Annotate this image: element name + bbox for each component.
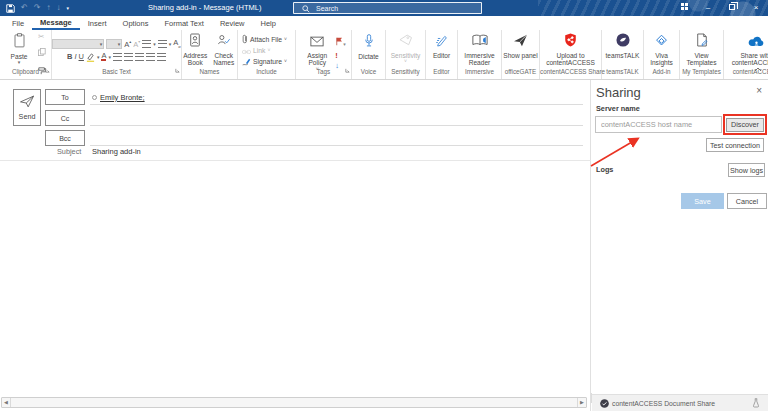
- underline-button[interactable]: U: [79, 52, 84, 61]
- italic-button[interactable]: I: [74, 52, 76, 61]
- align-left-icon[interactable]: [113, 53, 122, 61]
- redo-icon[interactable]: ↷: [34, 0, 41, 16]
- move-down-icon[interactable]: ↓: [56, 0, 60, 16]
- test-connection-button[interactable]: Test connection: [706, 138, 764, 152]
- immersive-reader-button[interactable]: Immersive Reader: [458, 32, 501, 67]
- basic-text-dialog-launcher-icon[interactable]: [175, 59, 180, 77]
- viva-insights-button[interactable]: Viva Insights: [644, 32, 679, 67]
- view-templates-button[interactable]: View Templates: [680, 32, 723, 67]
- send-button[interactable]: Send: [13, 89, 41, 126]
- dictate-button[interactable]: Dictate: [352, 32, 385, 60]
- tab-options[interactable]: Options: [115, 16, 157, 30]
- paper-plane-icon: [513, 33, 528, 51]
- font-name-combo[interactable]: ▾: [52, 39, 104, 49]
- clipboard-dialog-launcher-icon[interactable]: [45, 59, 50, 77]
- check-names-icon: [217, 33, 230, 51]
- horizontal-scrollbar[interactable]: ◀ ▶: [1, 397, 587, 408]
- to-button[interactable]: To: [45, 89, 85, 105]
- send-icon: [19, 95, 35, 110]
- bcc-button[interactable]: Bcc: [45, 130, 85, 146]
- bullets-icon[interactable]: [142, 40, 151, 48]
- highlight-icon[interactable]: [86, 48, 95, 66]
- tab-help[interactable]: Help: [252, 16, 283, 30]
- bold-button[interactable]: B: [67, 52, 72, 61]
- search-box[interactable]: Search: [293, 2, 482, 14]
- sensitivity-tag-icon: [399, 33, 412, 51]
- addin-status-text: contentACCESS Document Share: [612, 400, 749, 407]
- contentaccess-share-group-label: contentACCESS Share: [540, 68, 601, 78]
- cut-icon[interactable]: ✂: [38, 32, 46, 41]
- sensitivity-button[interactable]: Sensitivity ˅: [386, 32, 425, 63]
- align-center-icon[interactable]: [124, 53, 133, 61]
- check-names-button[interactable]: Check Names: [211, 32, 238, 67]
- save-icon[interactable]: [6, 0, 15, 17]
- teamstalk-group-label: teamsTALK: [602, 68, 643, 78]
- link-button[interactable]: Link˅: [242, 45, 270, 56]
- increase-indent-icon[interactable]: [157, 53, 166, 61]
- decrease-indent-icon[interactable]: [146, 53, 155, 61]
- teamstalk-button[interactable]: teamsTALK: [602, 32, 643, 59]
- follow-up-flag-icon[interactable]: ▾: [335, 32, 346, 50]
- bcc-field[interactable]: [90, 145, 583, 146]
- scroll-right-icon[interactable]: ▶: [577, 398, 586, 407]
- clear-formatting-icon[interactable]: A⌀: [173, 38, 180, 49]
- pane-close-icon[interactable]: ×: [756, 85, 762, 96]
- to-field[interactable]: [90, 104, 583, 105]
- scroll-left-icon[interactable]: ◀: [2, 398, 11, 407]
- cc-button[interactable]: Cc: [45, 110, 85, 126]
- assign-policy-button[interactable]: Assign Policy ˅: [301, 32, 333, 71]
- title-bar: ↶ ↷ ↑ ↓ ▾ Sharing add-in - Message (HTML…: [0, 0, 768, 16]
- font-color-icon[interactable]: A: [101, 52, 106, 61]
- tab-format-text[interactable]: Format Text: [156, 16, 211, 30]
- logs-label: Logs: [596, 165, 613, 174]
- save-button[interactable]: Save: [681, 193, 724, 209]
- paste-button[interactable]: Paste ▾: [5, 32, 33, 64]
- numbering-icon[interactable]: [158, 40, 167, 48]
- ribbon-options-icon[interactable]: [672, 0, 696, 16]
- align-right-icon[interactable]: [135, 53, 144, 61]
- tags-dialog-launcher-icon[interactable]: [345, 59, 350, 77]
- immersive-group-label: Immersive: [458, 68, 501, 78]
- close-icon[interactable]: ×: [744, 0, 768, 16]
- customize-qat-icon[interactable]: ▾: [66, 0, 69, 16]
- tab-review[interactable]: Review: [212, 16, 253, 30]
- font-size-combo[interactable]: ▾: [106, 39, 122, 49]
- presence-icon: [92, 95, 97, 100]
- voice-group-label: Voice: [352, 68, 385, 78]
- upload-to-contentaccess-button[interactable]: Upload to contentACCESS: [540, 32, 601, 67]
- show-panel-button[interactable]: Show panel: [502, 32, 539, 59]
- quick-access-toolbar: ↶ ↷ ↑ ↓ ▾: [0, 0, 69, 17]
- cc-field[interactable]: [90, 125, 583, 126]
- show-logs-button[interactable]: Show logs: [728, 163, 765, 177]
- grow-font-icon[interactable]: A▴: [124, 39, 131, 49]
- tab-file[interactable]: File: [4, 16, 32, 30]
- ribbon: Paste ▾ ✂ Clipboard ▾ ▾ A▴ A▾: [0, 30, 768, 80]
- tab-message[interactable]: Message: [32, 16, 80, 30]
- minimize-icon[interactable]: –: [696, 0, 720, 16]
- addin-status-icon: [600, 394, 609, 411]
- flask-icon[interactable]: [752, 394, 760, 411]
- undo-icon[interactable]: ↶: [21, 0, 28, 16]
- subject-field[interactable]: Sharing add-in: [92, 147, 141, 156]
- collapse-ribbon-icon[interactable]: [754, 58, 762, 76]
- include-group-label: Include: [238, 68, 295, 78]
- officegate-group-label: officeGATE: [502, 68, 539, 78]
- editor-button[interactable]: Editor: [426, 32, 457, 59]
- search-placeholder: Search: [316, 5, 338, 12]
- sensitivity-group-label: Sensitivity: [386, 68, 425, 78]
- my-templates-group-label: My Templates: [680, 68, 723, 78]
- discover-button[interactable]: Discover: [726, 118, 764, 132]
- annotation-highlight-rect: Discover: [723, 114, 767, 135]
- address-book-button[interactable]: Address Book: [182, 32, 209, 67]
- move-up-icon[interactable]: ↑: [46, 0, 50, 16]
- recipient-chip[interactable]: Emily Bronte;: [92, 93, 145, 102]
- copy-icon[interactable]: [38, 42, 46, 60]
- server-host-input[interactable]: [595, 116, 722, 133]
- template-document-icon: [696, 33, 708, 51]
- link-icon: [242, 41, 251, 59]
- cancel-button[interactable]: Cancel: [727, 193, 767, 209]
- tab-insert[interactable]: Insert: [80, 16, 115, 30]
- shrink-font-icon[interactable]: A▾: [133, 39, 140, 49]
- restore-icon[interactable]: [720, 0, 744, 16]
- window-controls: – ×: [672, 0, 768, 16]
